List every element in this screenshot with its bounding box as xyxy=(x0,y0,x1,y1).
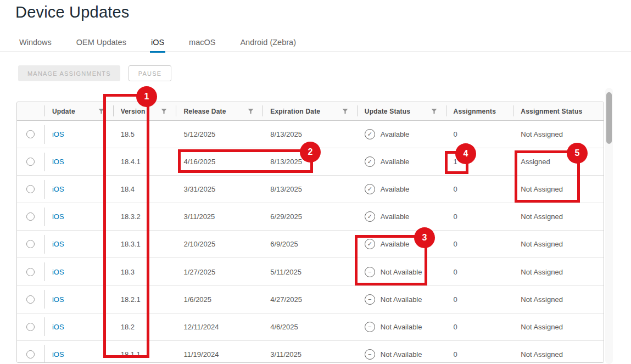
update-link[interactable]: iOS xyxy=(52,130,64,138)
update-status-label: Available xyxy=(381,212,410,221)
update-status-cell: − Not Available xyxy=(357,313,446,340)
update-link[interactable]: iOS xyxy=(52,158,64,166)
update-link[interactable]: iOS xyxy=(52,212,64,221)
column-header-selector xyxy=(17,102,44,120)
tab-macos[interactable]: macOS xyxy=(188,38,216,53)
row-radio[interactable] xyxy=(26,158,35,166)
column-divider xyxy=(513,105,513,116)
vertical-scrollbar[interactable] xyxy=(605,88,613,364)
release-date-cell: 4/16/2025 xyxy=(176,148,263,175)
assignment-status-cell: Not Assigned xyxy=(513,176,604,203)
update-status-label: Not Available xyxy=(381,295,422,304)
row-radio[interactable] xyxy=(26,130,35,138)
tab-ios[interactable]: iOS xyxy=(150,38,165,53)
filter-icon[interactable] xyxy=(342,108,348,114)
column-divider xyxy=(113,105,114,116)
check-circle-icon: ✓ xyxy=(365,239,375,249)
release-date-cell: 2/10/2025 xyxy=(176,231,263,257)
update-link[interactable]: iOS xyxy=(52,350,64,359)
update-link[interactable]: iOS xyxy=(52,295,64,304)
version-cell: 18.3.1 xyxy=(113,231,176,257)
assignment-status-cell: Not Assigned xyxy=(513,231,604,257)
table-row: iOS 18.3 1/27/2025 5/11/2025 − Not Avail… xyxy=(17,258,604,285)
assignments-cell: 0 xyxy=(446,341,513,363)
table-row: iOS 18.3.1 2/10/2025 6/9/2025 ✓ Availabl… xyxy=(17,231,604,258)
column-header-label: Version xyxy=(121,108,146,115)
update-status-label: Not Available xyxy=(381,350,422,359)
column-header-label: Release Date xyxy=(183,108,226,115)
page-title: Device Updates xyxy=(15,3,130,21)
assignment-status-cell: Not Assigned xyxy=(513,258,604,285)
row-radio[interactable] xyxy=(26,185,35,193)
assignment-status-cell: Not Assigned xyxy=(513,286,604,313)
check-circle-icon: ✓ xyxy=(365,211,375,222)
row-radio[interactable] xyxy=(26,350,35,359)
expiration-date-cell: 8/13/2025 xyxy=(263,121,357,148)
column-header-label: Update xyxy=(52,108,75,115)
row-divider xyxy=(44,208,45,226)
update-link[interactable]: iOS xyxy=(52,268,64,276)
filter-icon[interactable] xyxy=(248,108,254,114)
table-row: iOS 18.4 3/31/2025 8/13/2025 ✓ Available… xyxy=(17,176,604,203)
column-header-label: Update Status xyxy=(365,108,410,115)
pause-button[interactable]: PAUSE xyxy=(129,65,171,81)
update-status-label: Not Available xyxy=(381,268,422,276)
column-header-label: Assignments xyxy=(454,108,496,115)
version-cell: 18.2 xyxy=(113,313,176,340)
table-body: iOS 18.5 5/12/2025 8/13/2025 ✓ Available… xyxy=(17,121,604,363)
column-header-update: Update xyxy=(44,102,113,120)
filter-icon[interactable] xyxy=(98,108,104,114)
row-radio[interactable] xyxy=(26,323,35,331)
release-date-cell: 1/6/2025 xyxy=(176,286,263,313)
release-date-cell: 3/11/2025 xyxy=(176,203,263,230)
table-row: iOS 18.2.1 1/6/2025 4/27/2025 − Not Avai… xyxy=(17,286,604,313)
assignment-status-cell: Not Assigned xyxy=(513,341,604,363)
update-status-cell: ✓ Available xyxy=(357,121,446,148)
table-row: iOS 18.2 12/11/2024 4/6/2025 − Not Avail… xyxy=(17,313,604,341)
release-date-cell: 11/19/2024 xyxy=(176,341,263,363)
column-header-expiration-date: Expiration Date xyxy=(263,102,357,120)
row-divider xyxy=(44,235,45,254)
update-link[interactable]: iOS xyxy=(52,185,64,193)
minus-circle-icon: − xyxy=(365,267,375,277)
minus-circle-icon: − xyxy=(365,322,375,332)
column-divider xyxy=(44,105,45,116)
row-radio[interactable] xyxy=(26,268,35,276)
version-cell: 18.2.1 xyxy=(113,286,176,313)
device-updates-table: Update Version Release Date Expiration D… xyxy=(16,102,604,363)
update-status-label: Available xyxy=(381,240,410,248)
column-header-assignment-status: Assignment Status xyxy=(513,102,604,120)
update-status-cell: ✓ Available xyxy=(357,176,446,203)
row-divider xyxy=(44,345,45,363)
column-divider xyxy=(263,105,263,116)
minus-circle-icon: − xyxy=(365,349,375,360)
filter-icon[interactable] xyxy=(431,108,437,114)
row-divider xyxy=(44,317,45,336)
update-link[interactable]: iOS xyxy=(52,323,64,331)
tab-windows[interactable]: Windows xyxy=(18,38,53,53)
version-cell: 18.3.2 xyxy=(113,203,176,230)
expiration-date-cell: 5/11/2025 xyxy=(263,258,357,285)
filter-icon[interactable] xyxy=(161,108,167,114)
table-row: iOS 18.4.1 4/16/2025 8/13/2025 ✓ Availab… xyxy=(17,148,604,176)
release-date-cell: 12/11/2024 xyxy=(176,313,263,340)
manage-assignments-button[interactable]: MANAGE ASSIGNMENTS xyxy=(18,65,120,81)
scrollbar-thumb[interactable] xyxy=(606,92,612,144)
row-radio[interactable] xyxy=(26,212,35,221)
row-radio[interactable] xyxy=(26,295,35,304)
version-cell: 18.4.1 xyxy=(113,148,176,175)
column-divider xyxy=(446,105,446,116)
tab-oem-updates[interactable]: OEM Updates xyxy=(75,38,127,53)
update-link[interactable]: iOS xyxy=(52,240,64,248)
row-divider xyxy=(44,180,45,199)
tab-android-zebra[interactable]: Android (Zebra) xyxy=(239,38,297,53)
expiration-date-cell: 4/27/2025 xyxy=(263,286,357,313)
column-header-version: Version xyxy=(113,102,176,120)
version-cell: 18.4 xyxy=(113,176,176,203)
table-row: iOS 18.1.1 11/19/2024 3/11/2025 − Not Av… xyxy=(17,341,604,363)
column-header-release-date: Release Date xyxy=(176,102,263,120)
column-header-label: Expiration Date xyxy=(270,108,320,115)
row-radio[interactable] xyxy=(26,240,35,248)
release-date-cell: 1/27/2025 xyxy=(176,258,263,285)
column-header-update-status: Update Status xyxy=(357,102,446,120)
